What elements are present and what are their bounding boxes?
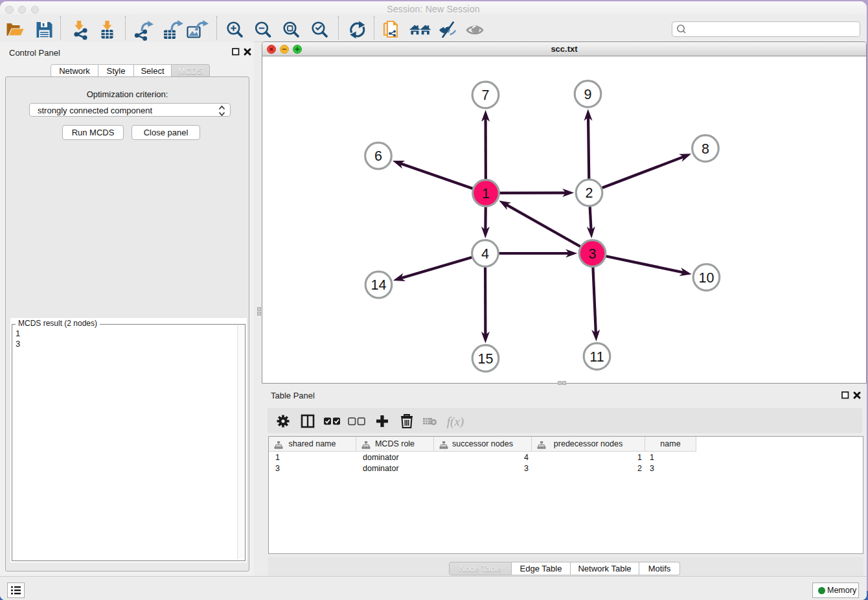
svg-text:10: 10 (699, 270, 714, 286)
svg-text:1: 1 (482, 186, 490, 202)
svg-text:2: 2 (586, 185, 593, 201)
svg-text:f(x): f(x) (447, 415, 464, 429)
svg-text:14: 14 (371, 277, 387, 293)
svg-text:6: 6 (374, 148, 382, 164)
svg-text:7: 7 (482, 87, 490, 103)
svg-text:8: 8 (702, 141, 709, 157)
svg-text:11: 11 (589, 349, 604, 365)
svg-text:15: 15 (478, 351, 494, 367)
svg-text:4: 4 (481, 246, 489, 262)
svg-text:9: 9 (584, 87, 592, 102)
svg-text:3: 3 (589, 246, 597, 262)
